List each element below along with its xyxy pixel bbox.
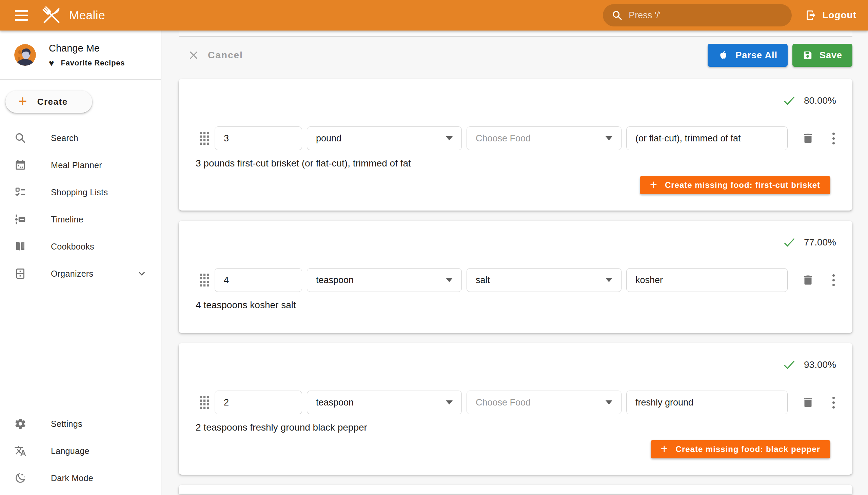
sidebar-footer-nav: Settings Language Dark Mode (0, 410, 161, 495)
trash-icon (802, 132, 814, 145)
sidebar-item-label: Settings (51, 419, 82, 429)
delete-button[interactable] (802, 396, 814, 409)
food-select[interactable]: salt (466, 268, 622, 292)
kebab-icon (832, 133, 835, 135)
sidebar-nav: Search Meal Planner Shopping Lists (0, 124, 161, 287)
plus-icon: + (650, 179, 658, 191)
check-icon (783, 94, 796, 107)
favorite-recipes-link[interactable]: ♥ Favorite Recipes (49, 59, 125, 67)
chevron-down-icon (606, 278, 612, 282)
search-input[interactable] (629, 10, 771, 21)
translate-icon (14, 445, 27, 457)
create-button[interactable]: + Create (5, 90, 92, 113)
cancel-button[interactable]: Cancel (188, 50, 243, 61)
chevron-down-icon (606, 136, 612, 140)
chevron-down-icon (446, 136, 453, 140)
chevron-down-icon (606, 400, 612, 405)
unit-select[interactable]: teaspoon (307, 268, 462, 292)
favorite-recipes-label: Favorite Recipes (61, 59, 125, 67)
ingredient-card: 77.00% teaspoon salt (179, 221, 852, 333)
food-placeholder: Choose Food (476, 133, 531, 144)
sidebar-item-settings[interactable]: Settings (0, 410, 161, 437)
main-content: Cancel Parse All (162, 31, 868, 495)
note-input[interactable] (626, 391, 788, 414)
sidebar-item-organizers[interactable]: Organizers (0, 260, 161, 287)
sidebar-item-label: Timeline (51, 215, 83, 224)
sidebar-item-timeline[interactable]: Timeline (0, 206, 161, 233)
quantity-input[interactable] (215, 391, 302, 414)
delete-button[interactable] (802, 132, 814, 145)
parse-all-label: Parse All (735, 50, 778, 61)
parser-toolbar: Cancel Parse All (179, 44, 852, 67)
ingredient-card: 93.00% teaspoon Choose Food (179, 343, 852, 475)
timeline-icon (14, 213, 27, 225)
create-missing-food-button[interactable]: + Create missing food: black pepper (651, 440, 830, 458)
more-menu-button[interactable] (831, 397, 836, 409)
create-missing-food-label: Create missing food: black pepper (676, 444, 820, 454)
save-button[interactable]: Save (793, 44, 852, 67)
checklist-icon (14, 186, 27, 198)
ingredient-fields-row: teaspoon Choose Food (179, 391, 852, 414)
unit-select[interactable]: teaspoon (307, 391, 462, 414)
confidence-row: 93.00% (179, 343, 852, 371)
original-ingredient-text: 3 pounds first-cut brisket (or flat-cut)… (195, 158, 852, 169)
global-search[interactable] (603, 4, 792, 27)
unit-value: pound (316, 133, 341, 144)
drag-handle-icon[interactable] (199, 132, 210, 145)
app-title: Mealie (69, 8, 105, 22)
trash-icon (802, 396, 814, 409)
more-menu-button[interactable] (831, 274, 836, 286)
unit-value: teaspoon (316, 397, 354, 408)
kebab-icon (832, 274, 835, 277)
scrolled-card-edge (179, 31, 852, 37)
unit-select[interactable]: pound (307, 126, 462, 150)
check-icon (783, 236, 796, 249)
quantity-input[interactable] (215, 268, 302, 292)
confidence-row: 77.00% (179, 221, 852, 249)
sidebar-item-label: Organizers (51, 269, 93, 279)
user-profile[interactable]: Change Me ♥ Favorite Recipes (0, 31, 161, 80)
food-select[interactable]: Choose Food (466, 391, 622, 414)
cabinet-icon (14, 268, 27, 280)
sidebar-item-search[interactable]: Search (0, 124, 161, 152)
save-label: Save (819, 50, 842, 61)
ingredient-fields-row: pound Choose Food (179, 126, 852, 150)
calendar-icon (14, 159, 27, 171)
original-ingredient-text: 4 teaspoons kosher salt (195, 300, 852, 311)
note-input[interactable] (626, 126, 788, 150)
create-missing-food-button[interactable]: + Create missing food: first-cut brisket (640, 176, 830, 194)
ingredient-card-partial (179, 485, 852, 494)
sidebar-item-label: Language (51, 446, 89, 456)
create-missing-food-label: Create missing food: first-cut brisket (665, 181, 820, 190)
sidebar-item-label: Shopping Lists (51, 187, 108, 197)
sidebar-item-shopping-lists[interactable]: Shopping Lists (0, 179, 161, 206)
confidence-row: 80.00% (179, 79, 852, 107)
sidebar-item-dark-mode[interactable]: Dark Mode (0, 464, 161, 492)
user-name: Change Me (49, 43, 125, 54)
sidebar-item-label: Meal Planner (51, 160, 102, 170)
parse-all-button[interactable]: Parse All (708, 44, 788, 67)
logout-button[interactable]: Logout (805, 10, 856, 21)
logout-label: Logout (822, 10, 856, 21)
note-input[interactable] (626, 268, 788, 292)
hamburger-menu-icon[interactable] (12, 8, 31, 22)
drag-handle-icon[interactable] (199, 396, 210, 409)
chevron-down-icon (137, 269, 147, 279)
food-select[interactable]: Choose Food (466, 126, 622, 150)
mealie-logo-icon[interactable] (39, 2, 64, 28)
sidebar-item-meal-planner[interactable]: Meal Planner (0, 152, 161, 179)
sidebar-item-cookbooks[interactable]: Cookbooks (0, 233, 161, 260)
avatar (14, 44, 36, 66)
more-menu-button[interactable] (831, 133, 836, 144)
quantity-input[interactable] (215, 126, 302, 150)
drag-handle-icon[interactable] (199, 274, 210, 287)
check-icon (783, 358, 796, 371)
logout-icon (805, 10, 817, 21)
apple-icon (718, 50, 729, 61)
delete-button[interactable] (802, 273, 814, 287)
sidebar-item-language[interactable]: Language (0, 437, 161, 464)
plus-icon: + (18, 93, 27, 108)
search-icon (612, 10, 623, 21)
open-book-icon (14, 240, 27, 253)
chevron-down-icon (446, 400, 453, 405)
